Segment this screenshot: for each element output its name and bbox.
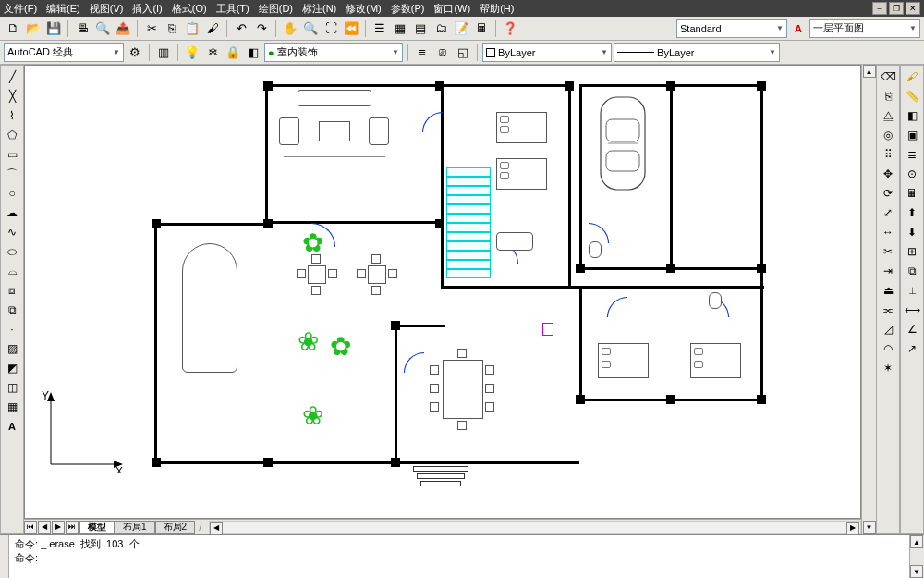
preview-icon[interactable]: 🔍: [93, 19, 112, 38]
region-icon[interactable]: ◫: [2, 378, 22, 397]
cut-icon[interactable]: ✂: [142, 19, 161, 38]
vscrollbar[interactable]: ▲ ▼: [861, 65, 876, 534]
insert-block-icon[interactable]: ⧈: [2, 281, 22, 300]
stretch-icon[interactable]: ↔: [878, 223, 898, 241]
chamfer-icon[interactable]: ◿: [878, 320, 898, 338]
menu-edit[interactable]: 编辑(E): [46, 2, 80, 16]
viewport-icon[interactable]: ⊞: [902, 242, 922, 261]
zoom-window-icon[interactable]: ⛶: [322, 19, 340, 38]
command-vscroll[interactable]: ▲ ▼: [909, 535, 924, 578]
close-button[interactable]: ✕: [906, 2, 920, 15]
ellipse-arc-icon[interactable]: ⌓: [2, 262, 22, 280]
dim-linear-icon[interactable]: ⟷: [902, 301, 922, 319]
workspace-dropdown[interactable]: AutoCAD 经典 ▼: [4, 43, 124, 62]
layer-manager-icon[interactable]: ▥: [154, 43, 173, 62]
help-icon[interactable]: ❓: [501, 19, 519, 38]
layer-iso-icon[interactable]: ◱: [454, 43, 472, 62]
explode-icon[interactable]: ✶: [878, 359, 898, 377]
rectangle-icon[interactable]: ▭: [2, 145, 22, 164]
revcloud-icon[interactable]: ☁: [2, 203, 22, 222]
polygon-icon[interactable]: ⬠: [2, 126, 22, 144]
move-icon[interactable]: ✥: [878, 165, 898, 183]
brush-icon[interactable]: 🖌: [902, 68, 922, 86]
id-icon[interactable]: ⊙: [902, 165, 922, 183]
extend-icon[interactable]: ⇥: [878, 262, 898, 280]
mirror-icon[interactable]: ⧋: [878, 106, 898, 125]
erase-icon[interactable]: ⌫: [878, 68, 898, 86]
tab-next-icon[interactable]: ▶: [52, 521, 65, 534]
command-window[interactable]: 命令: _.erase 找到 103 个 命令: ▲ ▼: [0, 534, 924, 578]
tab-layout1[interactable]: 布局1: [115, 521, 155, 534]
distance-icon[interactable]: 📏: [902, 87, 922, 105]
tab-first-icon[interactable]: ⏮: [24, 521, 37, 534]
line-icon[interactable]: ╱: [2, 68, 22, 86]
menu-help[interactable]: 帮助(H): [480, 2, 514, 16]
menu-draw[interactable]: 绘图(D): [259, 2, 293, 16]
tool-palette-icon[interactable]: ▤: [411, 19, 430, 38]
print-icon[interactable]: 🖶: [73, 19, 91, 38]
text-style-dropdown[interactable]: Standard ▼: [676, 19, 787, 38]
layer-off-icon[interactable]: 💡: [183, 43, 201, 62]
menu-dimension[interactable]: 标注(N): [302, 2, 336, 16]
dim-angular-icon[interactable]: ∠: [902, 320, 922, 338]
mtext-icon[interactable]: A: [2, 417, 22, 436]
open-icon[interactable]: 📂: [24, 19, 43, 38]
tab-last-icon[interactable]: ⏭: [66, 521, 79, 534]
leader-icon[interactable]: ↗: [902, 339, 922, 358]
zoom-prev-icon[interactable]: ⏪: [342, 19, 360, 38]
dim-style-dropdown[interactable]: 一层平面图 ▼: [809, 19, 920, 38]
table-icon[interactable]: ▦: [2, 398, 22, 416]
list-icon[interactable]: ≣: [902, 145, 922, 164]
polyline-icon[interactable]: ⌇: [2, 106, 22, 125]
menu-insert[interactable]: 插入(I): [132, 2, 162, 16]
xline-icon[interactable]: ╳: [2, 87, 22, 105]
textstyle-a-icon[interactable]: A: [789, 19, 808, 38]
ellipse-icon[interactable]: ⬭: [2, 242, 22, 261]
bring-front-icon[interactable]: ⬆: [902, 203, 922, 222]
zoom-realtime-icon[interactable]: 🔍: [301, 19, 320, 38]
layer-color-icon[interactable]: ◧: [244, 43, 262, 62]
undo-icon[interactable]: ↶: [232, 19, 250, 38]
menu-format[interactable]: 格式(O): [172, 2, 207, 16]
break-icon[interactable]: ⏏: [878, 281, 898, 300]
menu-view[interactable]: 视图(V): [90, 2, 124, 16]
restore-button[interactable]: ❐: [889, 2, 904, 15]
lineweight-dropdown[interactable]: ByLayer ▼: [614, 43, 780, 62]
offset-icon[interactable]: ◎: [878, 126, 898, 144]
point-icon[interactable]: ·: [2, 320, 22, 338]
copy-icon[interactable]: ⎘: [163, 19, 181, 38]
menu-file[interactable]: 文件(F): [4, 2, 37, 16]
markup-icon[interactable]: 📝: [452, 19, 470, 38]
scale-icon[interactable]: ⤢: [878, 203, 898, 222]
properties-icon[interactable]: ☰: [371, 19, 389, 38]
drawing-canvas[interactable]: Y X: [24, 65, 861, 519]
fillet-icon[interactable]: ◠: [878, 339, 898, 358]
area-icon[interactable]: ◧: [902, 106, 922, 125]
menu-parametric[interactable]: 参数(P): [391, 2, 425, 16]
bylayer-color-dropdown[interactable]: ByLayer ▼: [482, 43, 612, 62]
join-icon[interactable]: ⫘: [878, 301, 898, 319]
design-center-icon[interactable]: ▦: [391, 19, 409, 38]
rotate-icon[interactable]: ⟳: [878, 184, 898, 203]
circle-icon[interactable]: ○: [2, 184, 22, 203]
draworder-icon[interactable]: ⧉: [902, 262, 922, 280]
redo-icon[interactable]: ↷: [252, 19, 271, 38]
paste-icon[interactable]: 📋: [183, 19, 201, 38]
command-grip[interactable]: [0, 535, 9, 578]
make-block-icon[interactable]: ⧉: [2, 301, 22, 319]
region-mass-icon[interactable]: ▣: [902, 126, 922, 144]
tab-layout2[interactable]: 布局2: [155, 521, 196, 534]
spline-icon[interactable]: ∿: [2, 223, 22, 241]
copy-obj-icon[interactable]: ⎘: [878, 87, 898, 105]
gradient-icon[interactable]: ◩: [2, 359, 22, 377]
minimize-button[interactable]: –: [872, 2, 887, 15]
arc-icon[interactable]: ⌒: [2, 165, 22, 183]
hatch-icon[interactable]: ▨: [2, 339, 22, 358]
menu-tools[interactable]: 工具(T): [216, 2, 249, 16]
send-back-icon[interactable]: ⬇: [902, 223, 922, 241]
trim-icon[interactable]: ✂: [878, 242, 898, 261]
quickcalc-icon[interactable]: 🖩: [902, 184, 922, 203]
command-text[interactable]: 命令: _.erase 找到 103 个 命令:: [9, 535, 909, 578]
layer-prev-icon[interactable]: ≡: [413, 43, 432, 62]
match-prop-icon[interactable]: 🖌: [203, 19, 222, 38]
